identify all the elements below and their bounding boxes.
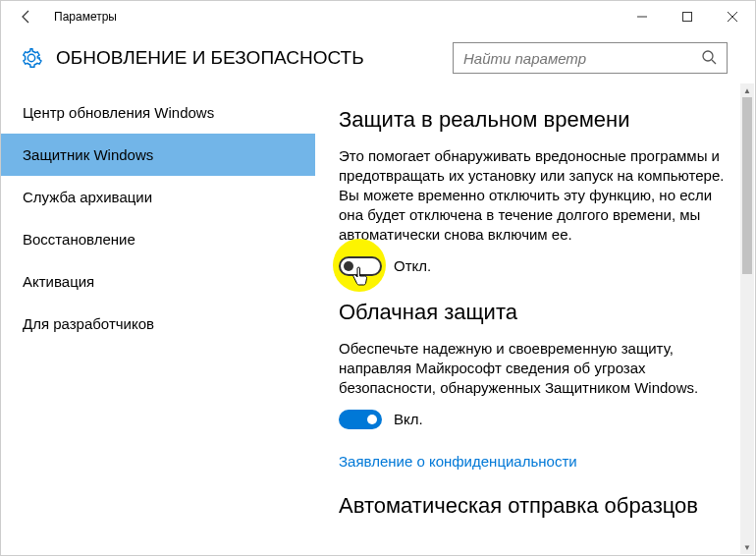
- page-heading: ОБНОВЛЕНИЕ И БЕЗОПАСНОСТЬ: [56, 47, 453, 69]
- cloud-protection-title: Облачная защита: [339, 300, 731, 325]
- sample-submission-title: Автоматическая отправка образцов: [339, 493, 731, 519]
- svg-line-5: [712, 60, 716, 64]
- maximize-button[interactable]: [665, 1, 710, 32]
- realtime-toggle-row: Откл.: [339, 256, 731, 276]
- sidebar-item-backup[interactable]: Служба архивации: [1, 176, 315, 218]
- window-controls: [620, 1, 755, 32]
- search-input[interactable]: [463, 50, 701, 67]
- gear-icon: [21, 47, 42, 69]
- sidebar-item-developers[interactable]: Для разработчиков: [1, 303, 315, 345]
- window-title: Параметры: [54, 10, 117, 24]
- svg-point-4: [703, 51, 713, 61]
- realtime-protection-desc: Это помогает обнаруживать вредоносные пр…: [339, 146, 731, 245]
- cloud-toggle-row: Вкл.: [339, 410, 731, 429]
- sidebar-item-activation[interactable]: Активация: [1, 260, 315, 303]
- close-button[interactable]: [710, 1, 755, 32]
- scroll-up-arrow[interactable]: ▲: [740, 83, 754, 97]
- cloud-toggle-label: Вкл.: [394, 411, 423, 427]
- realtime-protection-title: Защита в реальном времени: [339, 107, 731, 133]
- realtime-toggle-label: Откл.: [394, 257, 431, 274]
- search-icon: [701, 49, 717, 68]
- main-content: Защита в реальном времени Это помогает о…: [315, 89, 755, 556]
- privacy-link[interactable]: Заявление о конфиденциальности: [339, 453, 731, 470]
- back-button[interactable]: [9, 1, 44, 32]
- cloud-protection-desc: Обеспечьте надежную и своевременную защи…: [339, 339, 731, 398]
- page-header: ОБНОВЛЕНИЕ И БЕЗОПАСНОСТЬ: [1, 32, 755, 89]
- search-box[interactable]: [453, 42, 728, 74]
- sidebar-item-windows-update[interactable]: Центр обновления Windows: [1, 91, 315, 134]
- scrollbar-thumb[interactable]: [742, 97, 752, 274]
- scrollbar[interactable]: ▲ ▼: [740, 83, 754, 554]
- cloud-toggle[interactable]: [339, 410, 382, 429]
- titlebar: Параметры: [1, 1, 755, 32]
- realtime-toggle[interactable]: [339, 256, 382, 276]
- minimize-button[interactable]: [620, 1, 665, 32]
- svg-rect-1: [683, 13, 692, 22]
- sidebar-item-windows-defender[interactable]: Защитник Windows: [1, 134, 315, 176]
- sidebar: Центр обновления Windows Защитник Window…: [1, 89, 315, 556]
- sidebar-item-recovery[interactable]: Восстановление: [1, 218, 315, 260]
- scroll-down-arrow[interactable]: ▼: [740, 540, 754, 554]
